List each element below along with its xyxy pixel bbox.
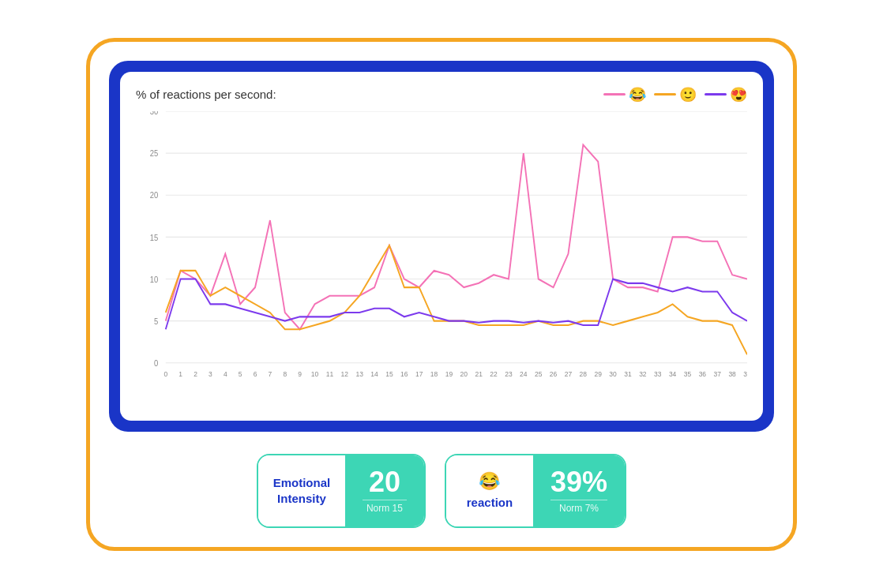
svg-text:12: 12 bbox=[341, 369, 348, 378]
reaction-value-section: 39% Norm 7% bbox=[533, 455, 625, 526]
legend-emoji-laugh: 😂 bbox=[629, 86, 646, 103]
chart-title: % of reactions per second: bbox=[136, 88, 276, 101]
svg-text:14: 14 bbox=[370, 369, 378, 378]
svg-text:30: 30 bbox=[150, 111, 159, 116]
svg-text:4: 4 bbox=[224, 369, 227, 378]
svg-text:20: 20 bbox=[460, 369, 468, 378]
svg-text:34: 34 bbox=[669, 369, 676, 378]
svg-text:30: 30 bbox=[609, 369, 616, 378]
svg-text:17: 17 bbox=[415, 369, 423, 378]
emotional-intensity-value: 20 bbox=[369, 468, 400, 496]
svg-text:20: 20 bbox=[150, 190, 159, 200]
svg-text:13: 13 bbox=[355, 369, 363, 378]
outer-card: % of reactions per second: 😂 🙂 😍 bbox=[86, 38, 797, 551]
svg-text:3: 3 bbox=[209, 369, 212, 378]
svg-text:28: 28 bbox=[580, 369, 587, 378]
chart-inner: % of reactions per second: 😂 🙂 😍 bbox=[120, 72, 763, 421]
svg-text:11: 11 bbox=[326, 369, 333, 378]
legend-line-pink bbox=[603, 93, 626, 96]
legend-line-purple bbox=[705, 93, 727, 96]
legend-item-laugh: 😂 bbox=[603, 86, 646, 103]
svg-text:6: 6 bbox=[254, 369, 257, 378]
emotional-intensity-label: Emotional Intensity bbox=[258, 455, 345, 526]
svg-text:27: 27 bbox=[565, 369, 572, 378]
reaction-card: 😂 reaction 39% Norm 7% bbox=[445, 454, 626, 528]
legend-emoji-smile: 🙂 bbox=[679, 86, 697, 103]
legend-item-smile: 🙂 bbox=[654, 86, 697, 103]
svg-text:18: 18 bbox=[430, 369, 438, 378]
svg-text:7: 7 bbox=[269, 369, 272, 378]
svg-text:16: 16 bbox=[400, 369, 408, 378]
reaction-label: reaction bbox=[467, 495, 513, 511]
reaction-label-section: 😂 reaction bbox=[446, 455, 533, 526]
svg-text:1: 1 bbox=[178, 369, 182, 378]
svg-text:37: 37 bbox=[714, 369, 721, 378]
svg-text:24: 24 bbox=[520, 369, 527, 378]
svg-text:26: 26 bbox=[550, 369, 557, 378]
reaction-value: 39% bbox=[550, 468, 607, 496]
svg-text:9: 9 bbox=[298, 369, 302, 378]
svg-text:22: 22 bbox=[490, 369, 497, 378]
svg-text:0: 0 bbox=[163, 369, 167, 378]
legend: 😂 🙂 😍 bbox=[603, 86, 747, 103]
emotional-intensity-value-section: 20 Norm 15 bbox=[345, 455, 424, 526]
emotional-intensity-norm: Norm 15 bbox=[363, 500, 407, 514]
reaction-emoji-label: 😂 reaction bbox=[467, 470, 513, 510]
reaction-emoji: 😂 bbox=[479, 470, 500, 493]
svg-text:31: 31 bbox=[624, 369, 631, 378]
svg-text:0: 0 bbox=[154, 358, 159, 368]
svg-text:29: 29 bbox=[595, 369, 602, 378]
svg-text:21: 21 bbox=[475, 369, 482, 378]
svg-text:5: 5 bbox=[239, 369, 242, 378]
svg-text:33: 33 bbox=[654, 369, 661, 378]
svg-text:19: 19 bbox=[445, 369, 453, 378]
svg-text:39: 39 bbox=[743, 369, 747, 378]
svg-text:2: 2 bbox=[194, 369, 197, 378]
legend-line-orange bbox=[654, 93, 676, 96]
purple-line bbox=[166, 279, 747, 329]
svg-text:23: 23 bbox=[505, 369, 512, 378]
svg-text:15: 15 bbox=[385, 369, 393, 378]
svg-text:15: 15 bbox=[150, 233, 159, 242]
reaction-norm: Norm 7% bbox=[550, 500, 607, 514]
orange-line bbox=[166, 245, 747, 354]
svg-text:36: 36 bbox=[699, 369, 706, 378]
chart-container: % of reactions per second: 😂 🙂 😍 bbox=[109, 61, 774, 432]
svg-text:38: 38 bbox=[728, 369, 735, 378]
emotional-intensity-card: Emotional Intensity 20 Norm 15 bbox=[257, 454, 426, 528]
chart-area: 30 25 20 15 10 5 0 0 1 2 3 4 5 6 7 8 bbox=[136, 111, 747, 380]
svg-text:25: 25 bbox=[535, 369, 542, 378]
svg-text:10: 10 bbox=[311, 369, 318, 378]
svg-text:8: 8 bbox=[283, 369, 287, 378]
svg-text:5: 5 bbox=[154, 316, 159, 326]
svg-text:32: 32 bbox=[639, 369, 646, 378]
legend-emoji-love: 😍 bbox=[730, 86, 747, 103]
stats-row: Emotional Intensity 20 Norm 15 😂 reactio… bbox=[109, 454, 774, 528]
svg-text:10: 10 bbox=[150, 275, 159, 284]
svg-text:35: 35 bbox=[684, 369, 691, 378]
svg-text:25: 25 bbox=[150, 148, 159, 158]
chart-title-row: % of reactions per second: 😂 🙂 😍 bbox=[136, 86, 747, 103]
chart-svg: 30 25 20 15 10 5 0 0 1 2 3 4 5 6 7 8 bbox=[136, 111, 747, 380]
legend-item-love: 😍 bbox=[705, 86, 747, 103]
